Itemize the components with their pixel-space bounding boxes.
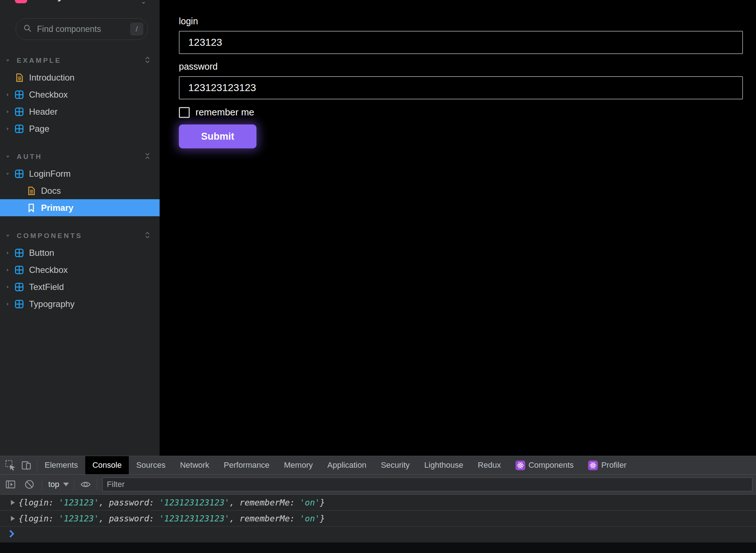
caret-down-icon — [6, 58, 15, 62]
sidebar-item-checkbox-components[interactable]: Checkbox — [0, 261, 160, 278]
sidebar-menu-icon[interactable]: ⌄ — [141, 0, 146, 5]
console-prompt[interactable] — [0, 527, 756, 542]
expand-triangle-icon[interactable] — [11, 516, 15, 521]
section-label: EXAMPLE — [17, 57, 61, 65]
expand-all-icon[interactable] — [145, 232, 150, 239]
caret-right-icon[interactable] — [6, 302, 15, 306]
devtools-tabbar: Elements Console Sources Network Perform… — [0, 456, 756, 475]
sidebar-item-typography[interactable]: Typography — [0, 295, 160, 312]
component-icon — [15, 283, 24, 291]
search-input[interactable] — [37, 24, 130, 34]
devtools-tab-security[interactable]: Security — [374, 456, 417, 474]
remember-me-label: remember me — [196, 107, 254, 118]
component-search[interactable]: / — [16, 18, 148, 40]
sidebar-item-page[interactable]: Page — [0, 120, 160, 137]
sidebar-item-button[interactable]: Button — [0, 244, 160, 261]
react-icon — [588, 460, 598, 470]
sidebar-item-introduction[interactable]: Introduction — [0, 69, 160, 86]
section-auth[interactable]: AUTH — [0, 148, 160, 165]
console-log-row: {login: '123123', password: '12312312312… — [0, 511, 756, 527]
component-icon — [15, 169, 24, 178]
section-label: AUTH — [17, 153, 42, 161]
storybook-sidebar: Storybook ⌄ / EXAMPLE — [0, 0, 160, 456]
context-selector[interactable]: top — [48, 480, 59, 489]
expand-all-icon[interactable] — [145, 56, 150, 64]
screen: Storybook ⌄ / EXAMPLE — [0, 0, 756, 553]
console-toolbar: top — [0, 475, 756, 495]
login-input[interactable] — [179, 31, 743, 54]
divider — [42, 479, 42, 490]
devtools-tab-sources[interactable]: Sources — [129, 456, 173, 474]
remember-me-checkbox[interactable] — [179, 107, 190, 118]
doc-icon — [15, 73, 24, 82]
caret-right-icon[interactable] — [6, 268, 15, 272]
devtools-tab-profiler[interactable]: Profiler — [581, 456, 634, 474]
search-shortcut-badge: / — [130, 22, 143, 36]
sidebar-item-loginform-primary[interactable]: Primary — [0, 199, 160, 216]
sidebar-item-loginform[interactable]: LoginForm — [0, 165, 160, 182]
component-icon — [15, 266, 24, 274]
devtools-tab-redux[interactable]: Redux — [471, 456, 508, 474]
component-icon — [15, 249, 24, 257]
console-filter-input[interactable] — [102, 478, 752, 491]
console-sidebar-icon[interactable] — [5, 479, 16, 490]
devtools-tab-lighthouse[interactable]: Lighthouse — [417, 456, 471, 474]
chevron-down-icon — [63, 483, 69, 486]
remember-me-row: remember me — [179, 107, 756, 118]
expand-triangle-icon[interactable] — [11, 500, 15, 505]
brand-strip: Storybook ⌄ — [0, 0, 160, 5]
log-object-preview: {login: '123123', password: '12312312312… — [19, 514, 325, 523]
login-label: login — [179, 16, 756, 26]
section-components[interactable]: COMPONENTS — [0, 227, 160, 244]
caret-right-icon[interactable] — [6, 285, 15, 289]
caret-right-icon[interactable] — [6, 110, 15, 114]
component-icon — [15, 90, 24, 99]
section-label: COMPONENTS — [17, 232, 82, 240]
caret-right-icon[interactable] — [6, 93, 15, 97]
caret-down-icon[interactable] — [6, 172, 15, 176]
devtools-tab-console[interactable]: Console — [85, 456, 129, 474]
devtools-tab-components[interactable]: Components — [508, 456, 581, 474]
storybook-logo-icon[interactable] — [15, 0, 27, 3]
bookmark-icon — [26, 204, 36, 212]
submit-button[interactable]: Submit — [179, 124, 256, 148]
sidebar-item-loginform-docs[interactable]: Docs — [0, 182, 160, 199]
sidebar-item-checkbox-example[interactable]: Checkbox — [0, 86, 160, 103]
react-icon — [515, 460, 525, 470]
devtools-tab-application[interactable]: Application — [320, 456, 374, 474]
sidebar-tree: EXAMPLE Introduction Checkbox — [0, 52, 160, 312]
search-icon — [23, 24, 32, 34]
password-label: password — [179, 61, 756, 72]
device-toolbar-icon[interactable] — [21, 460, 32, 471]
clear-console-icon[interactable] — [24, 479, 35, 490]
caret-down-icon — [6, 155, 15, 159]
sidebar-item-header[interactable]: Header — [0, 103, 160, 120]
preview-canvas: login password remember me Submit — [160, 0, 756, 456]
collapse-all-icon[interactable] — [145, 152, 150, 160]
component-icon — [15, 107, 24, 116]
divider — [97, 479, 97, 490]
password-input[interactable] — [179, 76, 743, 99]
login-form: login password remember me Submit — [160, 0, 756, 148]
storybook-wordmark: Storybook — [33, 0, 92, 2]
devtools-tab-performance[interactable]: Performance — [217, 456, 277, 474]
sidebar-item-textfield[interactable]: TextField — [0, 278, 160, 295]
devtools-panel: Elements Console Sources Network Perform… — [0, 456, 756, 553]
devtools-tab-elements[interactable]: Elements — [37, 456, 85, 474]
component-icon — [15, 124, 24, 133]
live-expression-eye-icon[interactable] — [80, 479, 91, 490]
console-bottom-strip — [0, 542, 756, 553]
divider — [74, 479, 74, 490]
prompt-chevron-icon — [9, 530, 15, 539]
inspect-element-icon[interactable] — [5, 460, 16, 471]
console-log-row: {login: '123123', password: '12312312312… — [0, 495, 756, 511]
doc-icon — [26, 187, 36, 195]
caret-down-icon — [6, 234, 15, 238]
caret-right-icon[interactable] — [6, 251, 15, 255]
caret-right-icon[interactable] — [6, 127, 15, 131]
log-object-preview: {login: '123123', password: '12312312312… — [19, 498, 325, 507]
section-example[interactable]: EXAMPLE — [0, 52, 160, 69]
devtools-tab-memory[interactable]: Memory — [277, 456, 320, 474]
component-icon — [15, 300, 24, 308]
devtools-tab-network[interactable]: Network — [173, 456, 217, 474]
